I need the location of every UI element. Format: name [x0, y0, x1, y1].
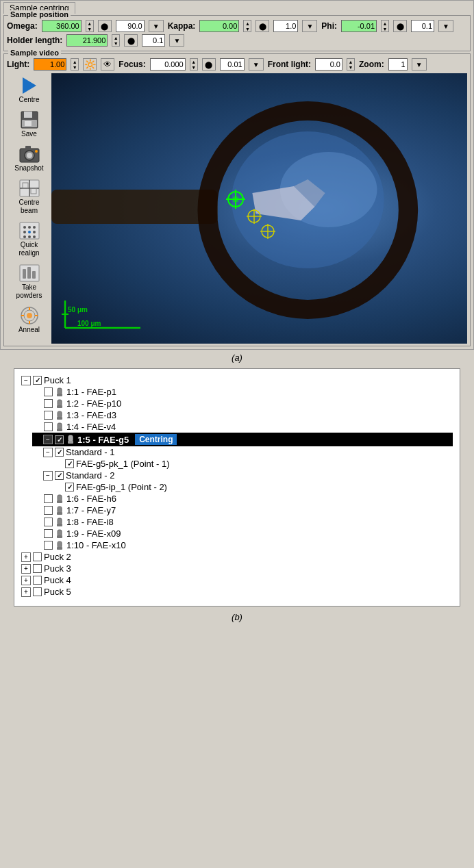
puck2-checkbox[interactable]	[33, 552, 42, 561]
focus-link-icon[interactable]: ⬤	[202, 58, 216, 71]
puck5-label: Puck 5	[44, 587, 71, 597]
puck5-checkbox[interactable]	[33, 587, 42, 596]
standard-1-checkbox[interactable]	[55, 448, 64, 457]
item-1-10-checkbox[interactable]	[44, 541, 53, 550]
item-1-3-label: 1:3 - FAE-d3	[66, 410, 116, 420]
focus-step-input[interactable]	[220, 58, 245, 71]
item-1-6-checkbox[interactable]	[44, 494, 53, 503]
puck4-checkbox[interactable]	[33, 576, 42, 585]
kappa-link-icon[interactable]: ⬤	[255, 20, 269, 32]
item-1-6-row[interactable]: 1:6 - FAE-h6	[32, 493, 453, 505]
item-1-9-checkbox[interactable]	[44, 529, 53, 538]
standard-1-row[interactable]: Standard - 1	[43, 446, 453, 458]
light-icon1[interactable]: 🔆	[83, 58, 97, 71]
puck2-expand[interactable]	[21, 552, 31, 562]
item-1-10-row[interactable]: 1:10 - FAE-x10	[32, 539, 453, 551]
item-1-5-checkbox[interactable]	[55, 435, 64, 444]
omega-step-dropdown[interactable]: ▼	[149, 20, 164, 32]
puck3-checkbox[interactable]	[33, 564, 42, 573]
item-1-2-label: 1:2 - FAE-p10	[66, 398, 121, 409]
phi-input[interactable]	[341, 20, 377, 32]
position-row-2: Holder length: ▲▼ ⬤ ▼	[7, 34, 467, 47]
front-light-input[interactable]	[315, 58, 342, 71]
snapshot-button[interactable]: Snapshot	[9, 142, 50, 175]
phi-link-icon[interactable]: ⬤	[393, 20, 407, 32]
save-button[interactable]: Save	[9, 107, 50, 140]
item-1-4-checkbox[interactable]	[44, 422, 53, 431]
quick-realign-button[interactable]: Quick realign	[9, 218, 50, 259]
standard-1-expand[interactable]	[43, 448, 53, 457]
point-2-row[interactable]: FAE-g5-ip_1 (Point - 2)	[65, 481, 453, 493]
zoom-dropdown[interactable]: ▼	[412, 58, 427, 71]
item-1-2-checkbox[interactable]	[44, 399, 53, 408]
omega-step-input[interactable]	[116, 20, 145, 32]
item-1-5-expand[interactable]	[43, 435, 53, 444]
kappa-input[interactable]	[199, 20, 239, 32]
puck1-expand[interactable]	[21, 376, 31, 385]
puck4-row[interactable]: Puck 4	[21, 574, 453, 586]
item-1-10-spacer	[32, 541, 42, 550]
item-1-3-checkbox[interactable]	[44, 411, 53, 420]
svg-point-20	[33, 231, 36, 233]
light-input[interactable]	[34, 58, 66, 71]
anneal-button[interactable]: Anneal	[9, 303, 50, 336]
omega-input[interactable]	[42, 20, 82, 32]
puck1-checkbox[interactable]	[33, 376, 42, 385]
holder-spin[interactable]: ▲▼	[112, 34, 120, 47]
centre-button[interactable]: Centre	[9, 73, 50, 106]
item-1-9-row[interactable]: 1:9 - FAE-x09	[32, 528, 453, 539]
holder-link-icon[interactable]: ⬤	[124, 34, 138, 47]
centre-beam-button[interactable]: Centre beam	[9, 176, 50, 217]
holder-input[interactable]	[66, 34, 108, 47]
item-1-5-row[interactable]: 1:5 - FAE-g5 Centring	[32, 433, 453, 446]
focus-step-dropdown[interactable]: ▼	[249, 58, 264, 71]
puck3-expand[interactable]	[21, 564, 31, 574]
puck2-row[interactable]: Puck 2	[21, 551, 453, 563]
puck5-row[interactable]: Puck 5	[21, 586, 453, 598]
phi-step-input[interactable]	[411, 20, 434, 32]
item-1-4-vial-icon	[55, 422, 64, 432]
sample-video-section: Sample video Light: ▲▼ 🔆 👁 Focus: ▲▼ ⬤ ▼…	[3, 53, 471, 346]
svg-rect-71	[57, 524, 62, 526]
kappa-step-dropdown[interactable]: ▼	[302, 20, 317, 32]
item-1-2-row[interactable]: 1:2 - FAE-p10	[32, 398, 453, 409]
phi-step-dropdown[interactable]: ▼	[438, 20, 453, 32]
item-1-8-checkbox[interactable]	[44, 518, 53, 526]
kappa-step-input[interactable]	[273, 20, 298, 32]
item-1-8-row[interactable]: 1:8 - FAE-i8	[32, 516, 453, 528]
point-2-checkbox[interactable]	[65, 483, 74, 492]
standard-2-checkbox[interactable]	[55, 471, 64, 480]
puck1-row[interactable]: Puck 1	[21, 374, 453, 386]
light-spin[interactable]: ▲▼	[71, 58, 79, 71]
zoom-input[interactable]	[388, 58, 408, 71]
puck3-row[interactable]: Puck 3	[21, 563, 453, 574]
item-1-7-checkbox[interactable]	[44, 506, 53, 515]
take-powders-button[interactable]: Take powders	[9, 261, 50, 302]
item-1-1-checkbox[interactable]	[44, 387, 53, 396]
phi-spin[interactable]: ▲▼	[381, 20, 389, 32]
item-1-7-label: 1:7 - FAE-y7	[66, 505, 116, 515]
light-icon2[interactable]: 👁	[101, 58, 114, 71]
focus-input[interactable]	[150, 58, 186, 71]
holder-step-dropdown[interactable]: ▼	[169, 34, 184, 47]
svg-rect-58	[58, 400, 62, 406]
standard-2-expand[interactable]	[43, 471, 53, 481]
omega-link-icon[interactable]: ⬤	[98, 20, 112, 32]
point-1-label: FAE-g5-pk_1 (Point - 1)	[76, 459, 170, 469]
svg-rect-7	[25, 146, 31, 149]
focus-spin[interactable]: ▲▼	[190, 58, 198, 71]
omega-spin[interactable]: ▲▼	[86, 20, 94, 32]
kappa-spin[interactable]: ▲▼	[243, 20, 251, 32]
standard-2-row[interactable]: Standard - 2	[43, 470, 453, 481]
item-1-4-row[interactable]: 1:4 - FAE-v4	[32, 421, 453, 433]
point-1-row[interactable]: FAE-g5-pk_1 (Point - 1)	[65, 458, 453, 470]
item-1-7-row[interactable]: 1:7 - FAE-y7	[32, 505, 453, 516]
puck4-expand[interactable]	[21, 576, 31, 585]
item-1-3-row[interactable]: 1:3 - FAE-d3	[32, 409, 453, 421]
puck5-expand[interactable]	[21, 587, 31, 597]
holder-step-input[interactable]	[142, 34, 165, 47]
item-1-1-label: 1:1 - FAE-p1	[66, 387, 116, 397]
point-1-checkbox[interactable]	[65, 459, 74, 468]
item-1-1-row[interactable]: 1:1 - FAE-p1	[32, 386, 453, 398]
front-light-spin[interactable]: ▲▼	[347, 58, 355, 71]
